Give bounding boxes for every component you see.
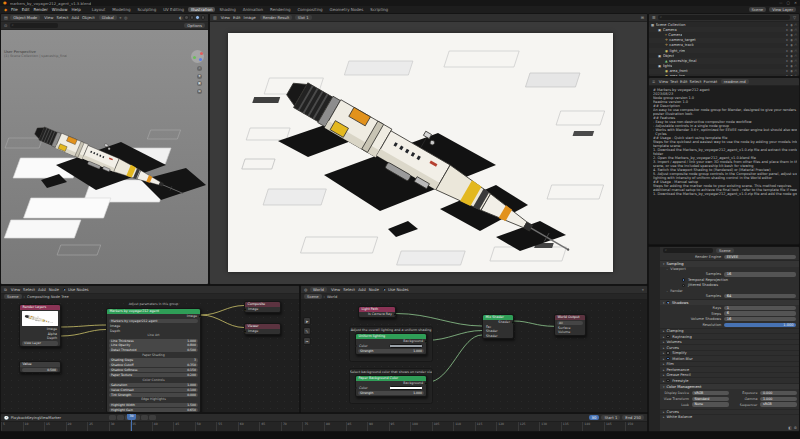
world-menu-item[interactable]: View [329,287,341,292]
shadows-property-row[interactable]: Rays 1 [660,305,799,311]
rendered-shading-button[interactable] [201,15,205,19]
camera-view-icon[interactable]: ▣ [197,81,202,86]
compositor-menu-item[interactable]: Node [47,287,60,292]
pin-icon[interactable]: ⊞ [641,15,644,20]
snap-magnet-icon[interactable]: ⌖ [642,287,644,292]
render-samples-field[interactable]: 64 [724,294,796,299]
shadows-property-row[interactable]: Steps 6 [660,311,799,317]
color-swatch[interactable] [389,344,423,348]
render-layers-node[interactable]: Render Layers ImageAlphaDepth View Layer [19,304,61,347]
selectable-icon[interactable]: ➤ [786,54,789,58]
text-menu-item[interactable]: Select [689,79,703,84]
filter-icon[interactable]: ▽ [793,15,796,20]
zoom-icon[interactable]: ⌕ [197,66,202,71]
scene-selector[interactable]: Scene [749,7,767,12]
resolution-slider[interactable]: 1.000 [724,323,796,328]
menu-item[interactable]: Help [70,7,83,12]
hide-icon[interactable]: ◉ [790,28,793,32]
workspace-tab[interactable]: Modeling [109,7,133,12]
hide-icon[interactable]: ◉ [790,33,793,37]
group-parameter[interactable]: Shadow Cutoff0.350 [107,363,200,367]
group-parameter[interactable]: Saturation1.000 [107,383,200,387]
menu-item[interactable]: Edit [20,7,32,12]
group-parameter[interactable]: Value Contrast0.100 [107,388,200,392]
text-menu-item[interactable]: View [658,79,669,84]
view-layer-selector[interactable]: View Layer [769,7,796,12]
render-visibility-icon[interactable]: ⎙ [795,59,797,63]
outliner-search-input[interactable]: ⌕ [658,15,790,20]
mix-shader-node[interactable]: Mix Shader Shader FacShaderShader [482,314,514,339]
compositor-menu-item[interactable]: View [9,287,21,292]
breadcrumb-scene[interactable]: Scene [4,294,22,299]
color-swatch[interactable] [389,386,423,390]
panel-checkbox-icon[interactable] [666,357,669,360]
viewer-node[interactable]: Viewer Image [244,323,281,335]
render-visibility-icon[interactable]: ⎙ [795,28,797,32]
text-editor-body[interactable]: # Markers by voyager212 agent2023/08/23N… [649,86,799,244]
select-tool-icon[interactable]: ➤ [303,317,311,325]
menu-item[interactable]: File [9,7,20,12]
timeline-menu-item[interactable]: Playback [11,416,27,420]
hide-icon[interactable]: ◉ [790,69,793,73]
options-dropdown[interactable]: Options [184,23,205,28]
socket-icon[interactable] [199,315,202,318]
selectable-icon[interactable]: ➤ [786,74,789,76]
panel-checkbox-icon[interactable] [666,379,669,382]
view-layer-dropdown[interactable]: View Layer [22,341,58,345]
current-frame-field[interactable]: 30 [589,415,600,420]
workspace-tab[interactable]: Scripting [367,7,391,12]
viewport-menu-item[interactable]: Select [55,15,70,20]
selectable-icon[interactable]: ➤ [786,28,789,32]
group-parameter[interactable]: Tint Strength0.000 [107,393,200,397]
editor-type-icon[interactable]: ▥ [213,15,217,20]
selectable-icon[interactable]: ➤ [786,49,789,53]
window-control-button[interactable]: — [779,1,783,5]
workspace-tab[interactable]: Illustration [188,7,215,12]
active-tool-icon[interactable]: ⊙ [4,23,7,28]
ortho-toggle-icon[interactable]: ⊞ [197,89,202,94]
hide-icon[interactable]: ◉ [790,23,793,27]
timeline-menu-item[interactable]: Keying [27,416,39,420]
compositor-menu-item[interactable]: Add [37,287,48,292]
menu-item[interactable]: Window [50,7,70,12]
group-parameter[interactable]: Shading Steps3 [107,358,200,362]
hide-icon[interactable]: ◉ [790,59,793,63]
group-parameter[interactable]: Line Opacity0.800 [107,343,200,347]
playhead[interactable]: 30 [127,414,136,420]
pan-icon[interactable]: ✥ [197,74,202,79]
render-visibility-icon[interactable]: ⎙ [795,23,797,27]
viewport-menu-item[interactable]: View [43,15,55,20]
viewport-menu-item[interactable]: Object [81,15,97,20]
selectable-icon[interactable]: ➤ [786,38,789,42]
world-canvas[interactable]: ➤ ✎ ✂ Light Path Is Camera Ray Adjust th… [301,300,647,412]
text-menu-item[interactable]: Text [669,79,679,84]
image-menu-item[interactable]: View [219,15,231,20]
menu-item[interactable]: Render [32,7,50,12]
panel-checkbox-icon[interactable] [666,335,669,338]
hide-icon[interactable]: ◉ [790,43,793,47]
blender-menu-icon[interactable]: ◆ [4,8,7,12]
outliner-row[interactable]: ◉ area_top ➤ ◉ ⎙ [649,74,799,76]
socket-icon[interactable] [244,308,247,311]
frame-start-field[interactable]: Start 1 [601,415,620,420]
node-group-selector[interactable]: Markers by voyager212 agent [109,319,198,323]
compositor-canvas[interactable]: Render Layers ImageAlphaDepth View Layer… [1,300,299,412]
hide-icon[interactable]: ◉ [790,74,793,76]
viewport-canvas[interactable]: User Perspective (1) Scene Collection | … [1,30,208,284]
composite-node[interactable]: Composite Image [244,301,281,313]
shader-type-dropdown[interactable]: World [310,287,327,292]
workspace-tab[interactable]: Geometry Nodes [327,7,367,12]
overlays-icon[interactable]: ◐ [179,15,183,20]
hide-icon[interactable]: ◉ [790,64,793,68]
editor-type-icon[interactable]: ▤ [4,15,8,20]
selectable-icon[interactable]: ➤ [786,69,789,73]
timeline-ruler[interactable]: 5101520253035404550556065707580859095100… [1,422,647,431]
selectable-icon[interactable]: ➤ [786,43,789,47]
workspace-tab[interactable]: Shading [216,7,238,12]
use-nodes-toggle[interactable]: ✓ Use Nodes [63,287,89,292]
text-menu-item[interactable]: Edit [679,79,689,84]
group-parameter[interactable]: Detail Threshold0.500 [107,348,200,352]
material-shading-button[interactable] [195,15,199,19]
tool-search-input[interactable]: ⌕ [10,23,58,28]
world-menu-item[interactable]: Add [357,287,368,292]
